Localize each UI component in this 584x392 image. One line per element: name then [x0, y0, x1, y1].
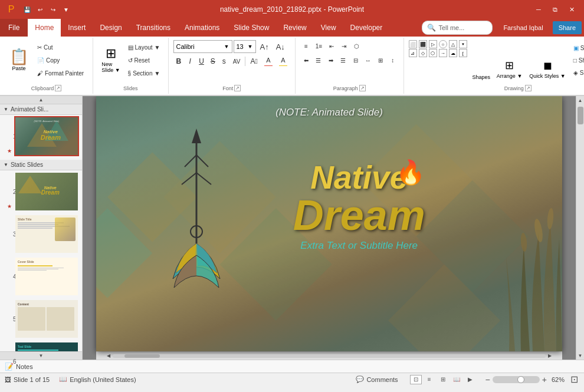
line-spacing-button[interactable]: ↕ [387, 54, 399, 66]
slide-canvas[interactable]: (NOTE: Animated Slide) Native 🔥 Dream Ex… [96, 96, 562, 351]
tell-me-box[interactable]: 🔍 Tell me... [422, 21, 493, 35]
shape-4[interactable]: ○ [439, 40, 447, 48]
account-name[interactable]: Farshad Iqbal [496, 19, 550, 37]
undo-qat-button[interactable]: ↩ [34, 4, 46, 15]
menu-insert[interactable]: Insert [61, 19, 93, 37]
shape-8[interactable]: ⬡ [429, 49, 437, 57]
font-color-button[interactable]: A [261, 55, 275, 67]
char-spacing-button[interactable]: AV [230, 55, 244, 67]
minimize-button[interactable]: ─ [531, 4, 546, 15]
view-sorter-button[interactable]: ⊞ [437, 375, 449, 384]
align-left-button[interactable]: ⬅ [300, 54, 312, 66]
increase-indent-button[interactable]: ⇥ [338, 40, 350, 52]
shape-2[interactable]: ⬛ [419, 40, 427, 48]
justify-button[interactable]: ☰ [337, 54, 349, 66]
italic-button[interactable]: I [185, 55, 195, 67]
reset-button[interactable]: ↺ Reset [125, 54, 163, 66]
slide-2-thumbnail[interactable]: Native Dream ★ [15, 173, 78, 210]
slide-count-icon[interactable]: 🖼 Slide 1 of 15 [5, 376, 50, 383]
slide-main-title[interactable]: Native 🔥 Dream Extra Text or Subtitle He… [293, 162, 425, 252]
menu-home[interactable]: Home [28, 19, 61, 37]
underline-button[interactable]: U [196, 55, 207, 67]
increase-font-button[interactable]: A↑ [257, 41, 272, 52]
restore-button[interactable]: ⧉ [547, 4, 563, 15]
layout-button[interactable]: ▤ Layout ▼ [125, 41, 163, 53]
shape-fill-button[interactable]: ▣ Shape Fill ▼ [570, 42, 584, 54]
bullets-button[interactable]: ≡ [300, 40, 312, 52]
convert-to-smartart-button[interactable]: ⬡ [350, 40, 362, 52]
menu-file[interactable]: File [0, 19, 28, 37]
clipboard-expand-icon[interactable]: ↗ [55, 85, 61, 91]
scroll-up-button[interactable]: ▲ [576, 96, 585, 104]
clear-formatting-button[interactable]: A⃝ [247, 55, 260, 67]
column-button[interactable]: ⊟ [350, 54, 362, 66]
scroll-thumb[interactable] [124, 354, 160, 358]
numbering-button[interactable]: 1≡ [313, 40, 325, 52]
shape-10[interactable]: ☁ [449, 49, 457, 57]
scroll-right-button[interactable]: ▶ [546, 352, 554, 360]
fit-to-window-button[interactable]: ⊡ [569, 374, 579, 385]
decrease-font-button[interactable]: A↓ [273, 41, 288, 52]
section-collapse-icon[interactable]: ▼ [4, 107, 8, 112]
text-highlight-button[interactable]: A [276, 55, 290, 67]
comments-button[interactable]: 💬 Comments [353, 375, 400, 384]
shape-1[interactable]: ⬜ [409, 40, 417, 48]
font-expand-icon[interactable]: ↗ [234, 85, 241, 91]
slide-subtitle[interactable]: Extra Text or Subtitle Here [293, 240, 425, 252]
format-painter-button[interactable]: 🖌 Format Painter [34, 67, 87, 79]
slide-panel-scroll-up[interactable]: ▲ [39, 97, 44, 103]
cut-button[interactable]: ✂ Cut [34, 41, 87, 53]
slide-4-thumbnail[interactable]: Cover Slide [15, 258, 78, 295]
shape-5[interactable]: △ [449, 40, 457, 48]
bold-button[interactable]: B [173, 55, 185, 67]
slide-5-thumbnail[interactable]: Content [15, 300, 78, 338]
menu-slideshow[interactable]: Slide Show [227, 19, 276, 37]
slide-1-thumbnail[interactable]: (NOTE: Animated Slide) Native Dream ★ [15, 117, 78, 155]
static-section-collapse-icon[interactable]: ▼ [4, 162, 8, 167]
qat-customize-button[interactable]: ▼ [60, 4, 72, 15]
shape-3[interactable]: ▷ [429, 40, 437, 48]
shapes-button[interactable]: Shapes [471, 39, 492, 81]
close-button[interactable]: ✕ [564, 4, 579, 15]
scroll-left-button[interactable]: ◀ [104, 352, 113, 360]
zoom-in-button[interactable]: + [542, 375, 547, 384]
menu-transitions[interactable]: Transitions [129, 19, 178, 37]
slide-3-thumbnail[interactable]: Slide Title [15, 215, 78, 253]
shape-effects-button[interactable]: ◈ Shape Effects ▼ [570, 67, 584, 78]
shape-11[interactable]: [ [459, 49, 467, 57]
shape-9[interactable]: → [439, 49, 447, 57]
menu-review[interactable]: Review [276, 19, 313, 37]
notes-label[interactable]: Notes [16, 363, 33, 370]
zoom-level-button[interactable]: 62% [549, 375, 567, 384]
app-icon[interactable]: P [5, 3, 18, 16]
font-size-dropdown[interactable]: 13 ▼ [234, 40, 256, 53]
arrange-button[interactable]: ⊞ Arrange ▼ [494, 39, 524, 81]
shapes-more-button[interactable]: ▼ [459, 40, 467, 48]
decrease-indent-button[interactable]: ⇤ [326, 40, 337, 52]
menu-animations[interactable]: Animations [178, 19, 227, 37]
font-name-dropdown[interactable]: Calibri ▼ [173, 40, 232, 53]
menu-design[interactable]: Design [93, 19, 129, 37]
quick-styles-button[interactable]: ◼ Quick Styles ▼ [527, 39, 567, 81]
drawing-expand-icon[interactable]: ↗ [525, 85, 531, 91]
save-qat-button[interactable]: 💾 [21, 4, 33, 15]
slide-6-thumbnail[interactable]: Teal Slide [15, 342, 78, 351]
section-button[interactable]: § Section ▼ [125, 67, 163, 79]
scroll-down-button[interactable]: ▼ [576, 351, 585, 360]
language-button[interactable]: 📖 English (United States) [57, 375, 139, 384]
view-outline-button[interactable]: ≡ [424, 375, 435, 384]
strikethrough-button[interactable]: S [208, 55, 218, 67]
paragraph-expand-icon[interactable]: ↗ [359, 85, 366, 91]
share-button[interactable]: Share [553, 21, 582, 34]
scroll-thumb-right[interactable] [578, 107, 583, 124]
paste-button[interactable]: 📋 Paste [5, 39, 33, 81]
text-direction-button[interactable]: ↔ [362, 54, 374, 66]
redo-qat-button[interactable]: ↪ [47, 4, 59, 15]
align-right-button[interactable]: ➡ [325, 54, 337, 66]
text-shadow-button[interactable]: s [219, 55, 229, 67]
zoom-slider[interactable] [493, 376, 540, 383]
new-slide-button[interactable]: ⊞ NewSlide ▼ [98, 45, 123, 75]
shape-outline-button[interactable]: □ Shape Outline ▼ [570, 54, 584, 66]
view-reading-button[interactable]: 📖 [451, 375, 462, 384]
slide-panel-scroll-down[interactable]: ▼ [39, 353, 44, 358]
